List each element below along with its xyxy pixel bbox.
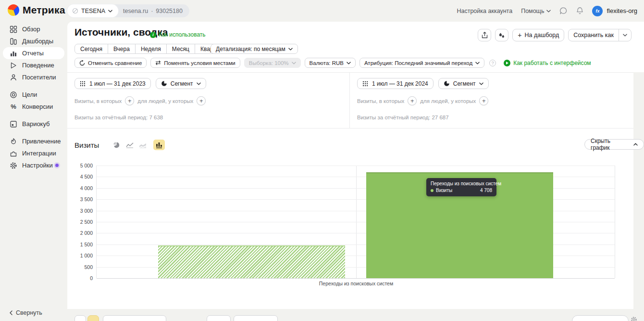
list-view-button[interactable] xyxy=(74,315,86,321)
metrica-logo-icon xyxy=(8,4,19,16)
metrica-logo[interactable]: Метрика xyxy=(8,4,65,16)
counter-name: TESENA xyxy=(81,8,105,14)
add-people-condition-button[interactable]: + xyxy=(197,96,206,105)
save-as-button[interactable]: Сохранить как xyxy=(569,29,619,41)
integrations-icon xyxy=(10,150,17,157)
period-week[interactable]: Неделя xyxy=(135,44,166,53)
chevron-down-icon xyxy=(479,82,483,85)
visits-condition-label: Визиты, в которых xyxy=(74,98,122,104)
counter-details[interactable]: tesena.ru · 93025180 xyxy=(118,8,189,14)
y-axis-tick: 2 500 xyxy=(67,219,93,225)
help-label: Помощь xyxy=(521,8,544,14)
segment-panel-b: 1 июл — 31 дек 2024 Сегмент Визиты, в ко… xyxy=(350,72,625,128)
date-range-label: 1 июл — 31 дек 2023 xyxy=(89,80,146,87)
bar-previous-period[interactable] xyxy=(158,245,345,278)
swap-conditions-button[interactable]: Поменять условия местами xyxy=(150,58,240,68)
sampling-dropdown[interactable]: Выборка: 100% xyxy=(244,58,301,68)
play-video-icon xyxy=(504,60,510,66)
segment-button-b[interactable]: Сегмент xyxy=(438,78,489,89)
sidebar-item-settings[interactable]: Настройки xyxy=(3,159,64,171)
variocube-icon xyxy=(10,120,17,128)
add-visit-condition-button[interactable]: + xyxy=(408,96,417,105)
add-visit-condition-button[interactable]: + xyxy=(125,96,134,105)
pie-chart-type-icon[interactable] xyxy=(112,141,121,149)
add-to-dashboard-button[interactable]: + На дашборд xyxy=(512,29,564,41)
swap-icon xyxy=(155,60,161,65)
swap-conditions-label: Поменять условия местами xyxy=(164,60,235,66)
add-people-condition-button[interactable]: + xyxy=(479,96,488,105)
right-gutter xyxy=(633,72,644,309)
cancel-comparison-button[interactable]: Отменить сравнение xyxy=(74,58,147,68)
sidebar-item-attraction[interactable]: Привлечение xyxy=(3,135,64,147)
notifications-bell-icon[interactable] xyxy=(576,7,583,15)
sidebar-item-reports[interactable]: Отчеты xyxy=(3,47,64,59)
annotations-button[interactable] xyxy=(495,29,508,41)
sidebar-item-label: Настройки xyxy=(22,162,53,169)
period-today[interactable]: Сегодня xyxy=(75,44,108,53)
area-chart-type-icon[interactable] xyxy=(138,141,147,149)
date-range-button-a[interactable]: 1 июл — 31 дек 2023 xyxy=(74,78,151,89)
collapse-sidebar-button[interactable]: Свернуть xyxy=(10,309,42,316)
export-button[interactable] xyxy=(478,29,491,41)
date-range-button-b[interactable]: 1 июл — 31 дек 2024 xyxy=(357,78,433,89)
date-range-label: 1 июл — 31 дек 2024 xyxy=(372,80,428,87)
plus-icon: + xyxy=(518,31,521,39)
counter-id: 93025180 xyxy=(156,8,183,14)
period-month[interactable]: Месяц xyxy=(166,44,195,53)
hide-chart-button[interactable]: Скрыть график xyxy=(584,139,644,150)
y-axis-tick: 5 000 xyxy=(67,163,93,168)
grouping-dropdown[interactable] xyxy=(234,315,278,321)
sidebar-item-dashboards[interactable]: Дашборды xyxy=(3,35,64,47)
counter-current-button[interactable]: TESENA xyxy=(67,4,118,17)
sidebar-item-goals[interactable]: Цели xyxy=(3,89,64,101)
tree-view-button[interactable] xyxy=(87,315,99,321)
how-to-use-link[interactable]: i Как использовать xyxy=(150,31,206,38)
y-axis-tick: 4 000 xyxy=(67,185,93,191)
y-axis-tick: 4 500 xyxy=(67,174,93,180)
report-actions: + На дашборд Сохранить как xyxy=(478,29,632,41)
bar-chart-type-icon[interactable] xyxy=(153,140,165,150)
search-input[interactable] xyxy=(103,315,166,321)
period-yesterday[interactable]: Вчера xyxy=(108,44,135,53)
sidebar-item-label: Вариокуб xyxy=(22,120,50,128)
sidebar-item-label: Цели xyxy=(22,91,37,98)
attribution-help-icon[interactable]: ? xyxy=(489,60,496,66)
account-settings-link[interactable]: Настройка аккаунта xyxy=(457,8,512,14)
topbar-right: Настройка аккаунта Помощь fx flexites-or… xyxy=(457,0,637,22)
people-condition-label: для людей, у которых xyxy=(420,98,476,104)
chart-plot[interactable]: Переходы из поисковых систем Визиты 4 70… xyxy=(96,166,615,278)
table-settings-gear-icon[interactable] xyxy=(631,316,637,321)
period-total-label: Визиты за отчётный период: xyxy=(357,115,430,120)
sidebar-item-conversions[interactable]: % Конверсии xyxy=(3,101,64,113)
chat-icon[interactable] xyxy=(559,7,568,15)
sidebar-item-behavior[interactable]: Поведение xyxy=(3,59,64,71)
line-chart-type-icon[interactable] xyxy=(125,141,134,149)
currency-dropdown[interactable]: Валюта: RUB xyxy=(305,58,356,68)
chevron-down-icon xyxy=(288,48,293,51)
save-as-menu-button[interactable] xyxy=(619,29,631,41)
attraction-flame-icon xyxy=(10,138,17,145)
segment-button-a[interactable]: Сегмент xyxy=(156,78,206,89)
interface-help-link[interactable]: Как работать с интерфейсом xyxy=(504,60,591,66)
currency-label: Валюта: RUB xyxy=(310,60,344,66)
chevron-down-icon xyxy=(292,62,296,64)
sidebar-item-integrations[interactable]: Интеграции xyxy=(3,147,64,159)
attribution-dropdown[interactable]: Атрибуция: Последний значимый переход xyxy=(359,58,484,68)
visitors-person-icon xyxy=(10,74,17,81)
sidebar-item-variocube[interactable]: Вариокуб xyxy=(3,118,64,130)
detail-label: Детализация: по месяцам xyxy=(216,46,285,52)
sidebar-item-overview[interactable]: Обзор xyxy=(3,23,64,35)
username: flexites-org xyxy=(607,7,637,14)
user-menu[interactable]: fx flexites-org xyxy=(592,6,637,16)
cancel-comparison-label: Отменить сравнение xyxy=(88,60,142,66)
sidebar-item-visitors[interactable]: Посетители xyxy=(3,71,64,83)
detail-dropdown[interactable]: Детализация: по месяцам xyxy=(211,44,298,54)
conversions-percent-icon: % xyxy=(10,103,17,111)
y-axis-tick: 3 000 xyxy=(67,208,93,214)
help-menu[interactable]: Помощь xyxy=(521,8,551,14)
period-total-label: Визиты за отчётный период: xyxy=(74,115,148,120)
chevron-down-icon xyxy=(197,82,201,85)
segment-pie-icon xyxy=(161,80,167,87)
metrics-button[interactable] xyxy=(207,315,231,321)
pagination-control[interactable] xyxy=(572,315,629,321)
